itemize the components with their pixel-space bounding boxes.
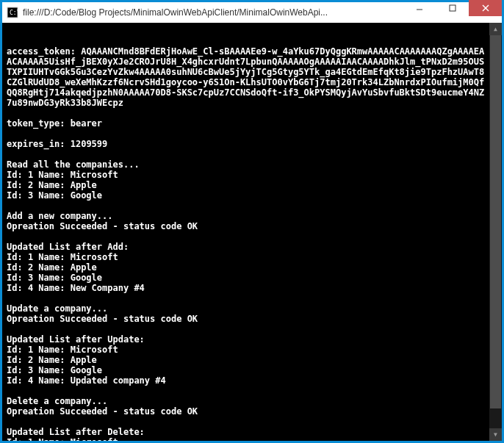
scroll-track[interactable]	[489, 35, 502, 428]
app-icon: C:\	[7, 7, 18, 18]
svg-rect-3	[450, 5, 456, 11]
console-output[interactable]: access_token: AQAAANCMnd8BFdERjHoAwE_Cl-…	[2, 23, 502, 441]
scroll-down-button[interactable]: ▼	[489, 428, 502, 441]
maximize-button[interactable]	[436, 0, 469, 16]
minimize-button[interactable]	[403, 0, 436, 16]
titlebar[interactable]: C:\ file:///D:/Code/Blog Projects/Minima…	[2, 2, 502, 23]
close-button[interactable]	[469, 0, 502, 16]
app-window: C:\ file:///D:/Code/Blog Projects/Minima…	[2, 2, 502, 441]
window-controls	[403, 2, 502, 23]
console-text: access_token: AQAAANCMnd8BFdERjHoAwE_Cl-…	[7, 46, 500, 441]
vertical-scrollbar[interactable]: ▲ ▼	[489, 23, 502, 441]
scroll-thumb[interactable]	[490, 35, 501, 408]
scroll-up-button[interactable]: ▲	[489, 23, 502, 35]
svg-text:C:\: C:\	[10, 10, 18, 16]
window-title: file:///D:/Code/Blog Projects/MinimalOwi…	[23, 7, 403, 18]
